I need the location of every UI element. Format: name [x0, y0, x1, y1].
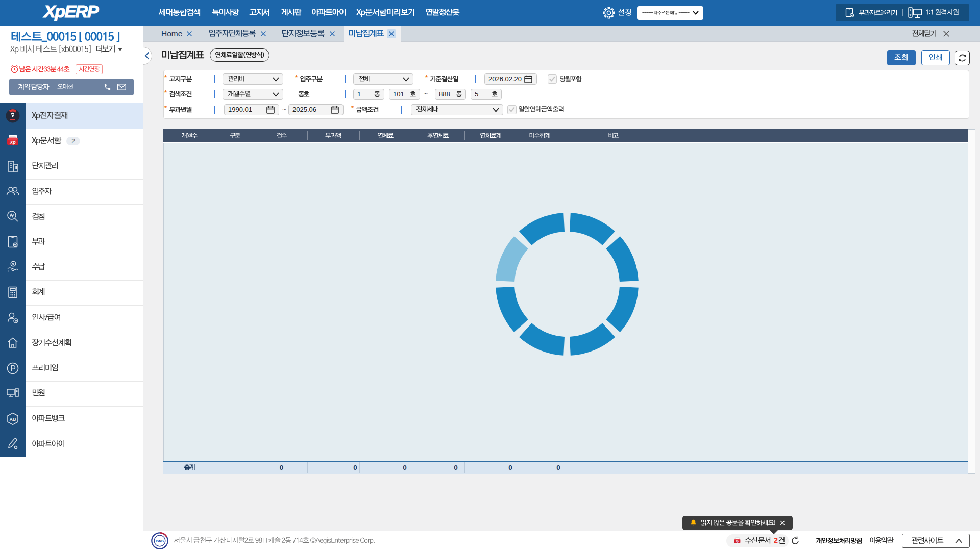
svg-text:AB: AB: [10, 417, 16, 422]
svg-text:Xp: Xp: [9, 140, 16, 145]
svg-text:Xp: Xp: [735, 540, 739, 543]
svg-text:ISMS: ISMS: [156, 539, 164, 543]
